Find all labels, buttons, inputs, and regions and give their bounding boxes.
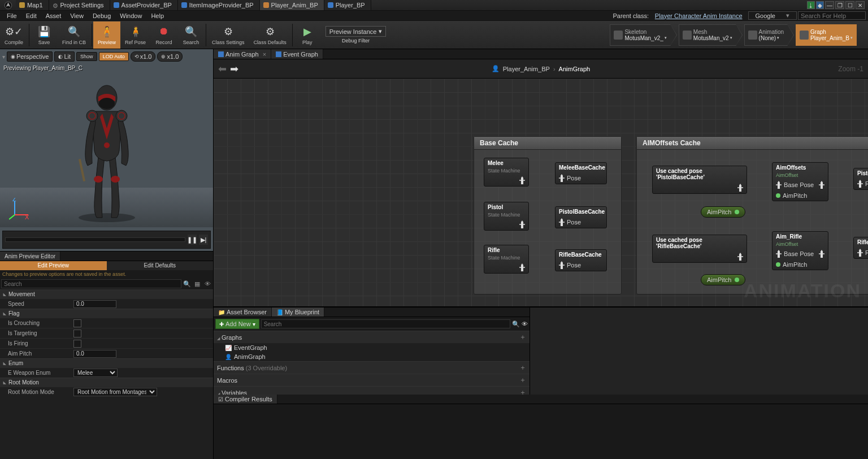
eventgraph-item[interactable]: 📈 EventGraph <box>214 343 530 352</box>
node-pistol-cache[interactable]: PistolBaseCache Pose <box>555 206 607 228</box>
title-tab[interactable]: Player_Anim_BP <box>260 0 324 10</box>
prop-select[interactable]: Melee <box>73 369 118 377</box>
details-search-input[interactable] <box>1 279 181 288</box>
node-rifle-sm[interactable]: RifleState Machine <box>484 245 529 274</box>
preview-viewport[interactable]: ▾ ◉ Perspective ◐ Lit Show LOD Auto ⟲ x1… <box>0 49 213 252</box>
my-blueprint-tab[interactable]: 📘 My Blueprint <box>272 308 324 317</box>
maximize-button[interactable]: ☐ <box>845 1 854 9</box>
graph-canvas[interactable]: Base Cache MeleeState Machine MeleeBaseC… <box>214 79 868 306</box>
toolbar-search-button[interactable]: 🔍Search <box>177 21 205 49</box>
toolbar-compile-button[interactable]: ⚙✓Compile <box>0 21 28 49</box>
prop-checkbox[interactable] <box>73 330 81 337</box>
marketplace-icon[interactable]: ⭳ <box>807 1 815 9</box>
edit-defaults-tab[interactable]: Edit Defaults <box>107 261 214 270</box>
title-tab[interactable]: Player_BP <box>324 0 371 10</box>
category-root-motion[interactable]: Root Motion <box>0 378 213 387</box>
viewport-speed-a[interactable]: ⟲ x1.0 <box>131 51 156 62</box>
node-use-rifle-base[interactable]: Use cached pose 'RifleBaseCache' <box>652 235 747 263</box>
help-search-input[interactable] <box>798 11 866 20</box>
step-button[interactable]: ▶| <box>199 235 208 245</box>
menu-item[interactable]: File <box>2 11 21 20</box>
viewport-lod-button[interactable]: LOD Auto <box>99 52 129 61</box>
graph-crumb-current[interactable]: AnimGraph <box>559 66 591 72</box>
minimize-button[interactable]: ― <box>825 1 834 9</box>
viewport-speed-b[interactable]: ⊕ x1.0 <box>157 51 183 62</box>
var-aimpitch-2[interactable]: AimPitch <box>701 274 745 285</box>
toolbar-play-button[interactable]: ▶Play <box>294 21 321 49</box>
category-flag[interactable]: Flag <box>0 309 213 318</box>
compiler-results-tab[interactable]: ☑ Compiler Results <box>214 395 277 404</box>
grid-icon[interactable]: ▦ <box>193 279 202 288</box>
eye-icon[interactable]: 👁 <box>522 321 528 327</box>
category-movement[interactable]: Movement <box>0 289 213 298</box>
toolbar-preview-button[interactable]: 🧍Preview <box>93 21 120 49</box>
preview-instance-dropdown[interactable]: Preview Instance▾ <box>326 26 387 37</box>
mode-crumb[interactable]: MeshMotusMan_v2 ▾ <box>679 24 736 46</box>
menu-item[interactable]: Edit <box>21 11 41 20</box>
eye-icon[interactable]: 👁 <box>203 279 212 288</box>
parent-class-link[interactable]: Player Character Anim Instance <box>655 12 743 19</box>
var-aimpitch-1[interactable]: AimPitch <box>701 206 745 218</box>
asset-browser-tab[interactable]: 📁 Asset Browser <box>214 308 272 317</box>
viewport-perspective-button[interactable]: ◉ Perspective <box>7 51 53 62</box>
toolbar-record-button[interactable]: ⏺Record <box>150 21 177 49</box>
toolbar-refpose-button[interactable]: 🧍Ref Pose <box>120 21 150 49</box>
mode-crumb[interactable]: SkeletonMotusMan_v2_ ▾ <box>610 24 670 46</box>
graph-crumb-root[interactable]: Player_Anim_BP <box>503 66 550 72</box>
add-function-button[interactable]: ＋ <box>519 363 526 373</box>
title-tab[interactable]: ItemImageProvider_BP <box>178 0 260 10</box>
menu-item[interactable]: Asset <box>41 11 66 20</box>
add-graph-button[interactable]: ＋ <box>519 332 526 342</box>
nav-fwd-button[interactable]: ➡ <box>230 63 238 75</box>
toolbar-find-button[interactable]: 🔍Find in CB <box>58 21 90 49</box>
title-tab[interactable]: Map1 <box>16 0 49 10</box>
menu-item[interactable]: Help <box>146 11 168 20</box>
toolbar-csettings-button[interactable]: ⚙Class Settings <box>207 21 249 49</box>
macros-category[interactable]: Macros＋ <box>214 374 530 386</box>
category-enum[interactable]: Enum <box>0 358 213 367</box>
menu-item[interactable]: Window <box>115 11 146 20</box>
restore-button[interactable]: ❐ <box>835 1 844 9</box>
viewport-lit-button[interactable]: ◐ Lit <box>54 51 75 62</box>
node-rifle-aim-cache[interactable]: RifleAimCache Pose <box>853 237 868 259</box>
node-melee-sm[interactable]: MeleeState Machine <box>484 158 529 187</box>
anim-preview-editor-tab[interactable]: Anim Preview Editor <box>0 252 60 261</box>
mode-crumb[interactable]: GraphPlayer_Anim_B ▾ <box>796 24 857 46</box>
add-macro-button[interactable]: ＋ <box>519 375 526 385</box>
nav-back-button[interactable]: ⬅ <box>218 63 227 75</box>
prop-select[interactable]: Root Motion from Montages Only <box>73 388 157 396</box>
graphs-category[interactable]: ◢ Graphs＋ <box>214 331 530 343</box>
toolbar-cdefaults-button[interactable]: ⚙Class Defaults <box>249 21 291 49</box>
prop-checkbox[interactable] <box>73 340 81 348</box>
animgraph-item[interactable]: 👤 AnimGraph <box>214 352 530 361</box>
menu-item[interactable]: View <box>66 11 88 20</box>
title-tab[interactable]: AssetProvider_BP <box>110 0 178 10</box>
section-aimoffsets-cache[interactable]: AIMOffsets Cache <box>636 136 868 295</box>
source-control-icon[interactable]: ◆ <box>816 1 824 9</box>
eventgraph-tab[interactable]: Event Graph <box>271 49 323 59</box>
node-pistol-sm[interactable]: PistolState Machine <box>484 202 529 231</box>
node-pistol-aim-cache[interactable]: PistolAimCache Pose <box>853 168 868 190</box>
prop-numeric-input[interactable] <box>73 350 116 358</box>
node-aimoffsets[interactable]: AimOffsetsAimOffset Base Pose AimPitch <box>772 162 828 201</box>
search-provider-dropdown[interactable]: Google▾ <box>748 11 797 20</box>
functions-category[interactable]: Functions (3 Overridable)＋ <box>214 361 530 374</box>
pause-button[interactable]: ❚❚ <box>188 235 197 245</box>
prop-checkbox[interactable] <box>73 319 81 327</box>
viewport-show-button[interactable]: Show <box>76 52 97 61</box>
menu-item[interactable]: Debug <box>88 11 115 20</box>
node-rifle-cache[interactable]: RifleBaseCache Pose <box>555 249 607 271</box>
close-button[interactable]: ✕ <box>856 1 865 9</box>
edit-preview-tab[interactable]: Edit Preview <box>0 261 107 270</box>
search-icon[interactable]: 🔍 <box>183 279 192 288</box>
mode-crumb[interactable]: Animation(None) ▾ <box>744 24 788 46</box>
toolbar-save-button[interactable]: 💾Save <box>31 21 58 49</box>
title-tab[interactable]: ⚙Project Settings <box>49 0 110 10</box>
node-aim-rifle[interactable]: Aim_RifleAimOffset Base Pose AimPitch <box>772 231 828 270</box>
search-icon[interactable]: 🔍 <box>512 321 520 328</box>
add-new-button[interactable]: ✚ Add New ▾ <box>215 319 259 329</box>
timeline-track[interactable] <box>5 237 185 242</box>
mybp-search-input[interactable] <box>261 319 510 328</box>
prop-numeric-input[interactable] <box>73 300 116 308</box>
node-use-pistol-base[interactable]: Use cached pose 'PistolBaseCache' <box>652 166 747 194</box>
